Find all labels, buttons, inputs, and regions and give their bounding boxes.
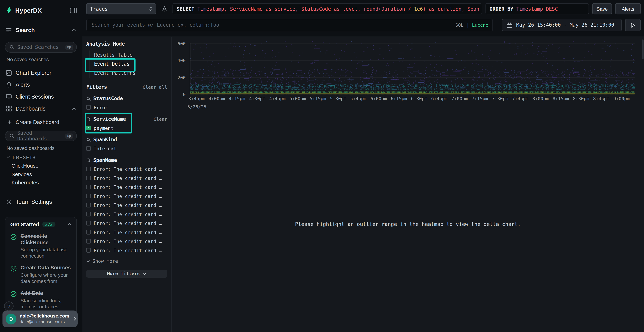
kbd-shortcut: ⌘K bbox=[65, 133, 73, 139]
checkbox[interactable]: ✓ bbox=[86, 185, 91, 189]
checkbox[interactable]: ✓ bbox=[86, 126, 91, 130]
x-tick-label: 6:15pm bbox=[391, 96, 407, 102]
chevron-up-icon bbox=[68, 223, 72, 226]
filter-option[interactable]: ✓ Internal bbox=[86, 146, 167, 152]
event-search-input[interactable] bbox=[91, 22, 452, 28]
sidebar-item-chart-explorer[interactable]: Chart Explorer bbox=[0, 68, 82, 78]
checkbox[interactable]: ✓ bbox=[86, 176, 91, 180]
main-area: Traces SELECT Timestamp, ServiceName as … bbox=[82, 0, 644, 332]
more-filters-button[interactable]: More filters bbox=[86, 270, 167, 278]
clear-servicename-link[interactable]: Clear bbox=[154, 116, 167, 122]
filter-option[interactable]: ✓ Error: The credit card … bbox=[86, 247, 167, 253]
filter-option-label: Error: The credit card … bbox=[94, 166, 162, 172]
filter-option[interactable]: ✓ Error: The credit card … bbox=[86, 220, 167, 226]
sidebar-item-team-settings[interactable]: Team Settings bbox=[0, 196, 82, 207]
nav-item-label: Dashboards bbox=[16, 105, 46, 112]
filters-header: Filters Clear all bbox=[86, 84, 167, 90]
nav-item-label: Client Sessions bbox=[16, 94, 54, 100]
collapse-sidebar-button[interactable] bbox=[70, 7, 77, 13]
analysis-mode-option[interactable]: Results Table bbox=[90, 50, 167, 60]
checkbox[interactable]: ✓ bbox=[86, 194, 91, 198]
hyperdx-logo-icon bbox=[6, 6, 12, 14]
run-query-button[interactable] bbox=[625, 19, 640, 31]
query-settings-gear-icon[interactable] bbox=[160, 3, 169, 14]
sidebar-item-client-sessions[interactable]: Client Sessions bbox=[0, 91, 82, 102]
topbar-row-search: SQL | Lucene May 26 15:40:00 - May 26 21… bbox=[86, 19, 640, 31]
heatmap-canvas[interactable] bbox=[190, 41, 635, 94]
logo-row: HyperDX bbox=[6, 6, 77, 14]
filter-option[interactable]: ✓ Error: The credit card … bbox=[86, 238, 167, 244]
alerts-button[interactable]: Alerts bbox=[615, 3, 640, 14]
x-tick-label: 7:45pm bbox=[512, 96, 528, 102]
checkbox[interactable]: ✓ bbox=[86, 105, 91, 110]
filter-option[interactable]: ✓ Error: The credit card … bbox=[86, 229, 167, 235]
heatmap-plot[interactable] bbox=[190, 41, 635, 94]
clear-all-filters-link[interactable]: Clear all bbox=[143, 84, 167, 90]
get-started-item[interactable]: Create Data Sources Configure where your… bbox=[10, 265, 72, 284]
sidebar-item-search[interactable]: Search bbox=[0, 25, 82, 36]
event-search-box[interactable]: SQL | Lucene bbox=[86, 19, 493, 31]
filter-group-statuscode-header[interactable]: StatusCode bbox=[86, 96, 167, 102]
filter-option[interactable]: ✓ Error: The credit card … bbox=[86, 193, 167, 199]
sql-select-editor[interactable]: SELECT Timestamp, ServiceName as service… bbox=[172, 3, 482, 14]
search-icon bbox=[86, 96, 91, 101]
no-saved-searches-text: No saved searches bbox=[6, 57, 49, 62]
sidebar-item-alerts[interactable]: Alerts bbox=[0, 79, 82, 90]
get-started-item-desc: Set up your database connection bbox=[20, 247, 72, 259]
checkbox[interactable]: ✓ bbox=[86, 212, 91, 216]
calendar-icon bbox=[506, 22, 512, 28]
sql-orderby-editor[interactable]: ORDER BY Timestamp DESC bbox=[486, 3, 589, 14]
analysis-mode-option[interactable]: Event Deltas bbox=[90, 60, 167, 69]
get-started-header[interactable]: Get Started 3/3 bbox=[10, 221, 72, 227]
checkbox[interactable]: ✓ bbox=[86, 230, 91, 234]
x-tick-label: 4:15pm bbox=[229, 96, 245, 102]
filter-option[interactable]: ✓ Error: The credit card … bbox=[86, 166, 167, 172]
sidebar: HyperDX Search Saved Searches ⌘K No save… bbox=[0, 0, 82, 332]
presets-toggle[interactable]: PRESETS bbox=[6, 155, 36, 160]
filter-group-servicename-header[interactable]: ServiceName Clear bbox=[86, 116, 167, 122]
checkbox[interactable]: ✓ bbox=[86, 248, 91, 252]
help-button[interactable]: ? bbox=[4, 302, 14, 311]
checkbox[interactable]: ✓ bbox=[86, 203, 91, 207]
checkbox[interactable]: ✓ bbox=[86, 167, 91, 171]
grid-icon bbox=[6, 105, 12, 112]
filter-group-spanname-header[interactable]: SpanName bbox=[86, 157, 167, 163]
scrollbar[interactable] bbox=[642, 39, 644, 59]
source-select-value: Traces bbox=[90, 6, 108, 12]
create-dashboard-button[interactable]: Create Dashboard bbox=[0, 117, 82, 127]
language-sql-option[interactable]: SQL bbox=[456, 22, 464, 28]
chevron-down-icon bbox=[6, 156, 10, 158]
y-axis: 0200400600 bbox=[172, 38, 187, 104]
chart-panel: 0200400600 3:45pm4:00pm4:15pm4:30pm4:45p… bbox=[172, 37, 644, 332]
analysis-mode-option[interactable]: Event Patterns bbox=[90, 68, 167, 78]
language-lucene-option[interactable]: Lucene bbox=[472, 22, 488, 28]
sidebar-item-dashboards[interactable]: Dashboards bbox=[0, 103, 82, 114]
user-menu[interactable]: D dale@clickhouse.com dale@clickhouse.co… bbox=[2, 310, 78, 327]
filters-label: Filters bbox=[86, 84, 107, 90]
filter-option[interactable]: ✓ Error: The credit card … bbox=[86, 211, 167, 217]
preset-item[interactable]: ClickHouse bbox=[12, 162, 38, 169]
filter-option[interactable]: ✓ Error: The credit card … bbox=[86, 175, 167, 181]
checkbox[interactable]: ✓ bbox=[86, 146, 91, 150]
preset-item[interactable]: Kubernetes bbox=[12, 180, 39, 186]
get-started-item[interactable]: Add Data Start sending logs, metrics, or… bbox=[10, 290, 72, 310]
checkbox[interactable]: ✓ bbox=[86, 239, 91, 244]
save-button[interactable]: Save bbox=[592, 3, 612, 14]
time-range-picker[interactable]: May 26 15:40:00 - May 26 21:10:00 bbox=[502, 19, 622, 31]
filter-option[interactable]: ✓ Error: The credit card … bbox=[86, 202, 167, 208]
source-select[interactable]: Traces bbox=[86, 3, 156, 14]
get-started-item[interactable]: Connect to ClickHouse Set up your databa… bbox=[10, 233, 72, 259]
chevron-right-icon bbox=[73, 317, 76, 321]
preset-item[interactable]: Services bbox=[12, 171, 32, 177]
show-more-link[interactable]: Show more bbox=[86, 258, 167, 264]
filter-option[interactable]: ✓ Error bbox=[86, 104, 167, 110]
checkbox[interactable]: ✓ bbox=[86, 221, 91, 226]
filter-option[interactable]: ✓ payment bbox=[86, 125, 167, 131]
saved-searches-input[interactable]: Saved Searches ⌘K bbox=[5, 42, 77, 52]
saved-dashboards-input[interactable]: Saved Dashboards ⌘K bbox=[5, 130, 77, 141]
filter-group-spankind-header[interactable]: SpanKind bbox=[86, 137, 167, 142]
filter-option[interactable]: ✓ Error: The credit card … bbox=[86, 184, 167, 190]
filter-option-label: Error: The credit card … bbox=[94, 202, 162, 208]
filter-options: ✓ Internal bbox=[86, 146, 167, 152]
get-started-title: Get Started bbox=[10, 221, 39, 227]
